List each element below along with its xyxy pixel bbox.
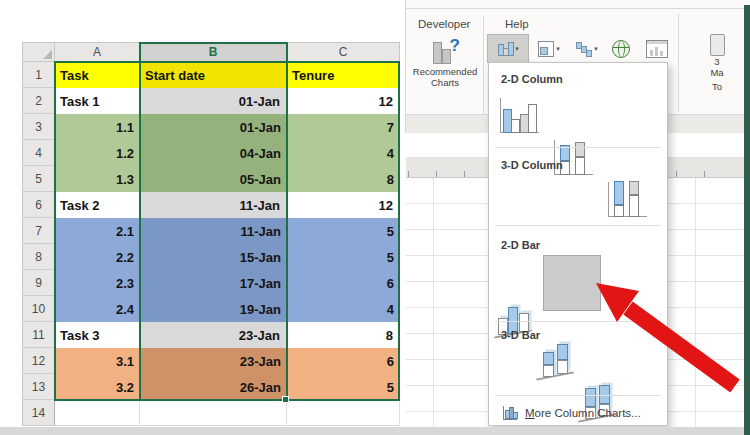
column-tick [676, 171, 677, 177]
row-header-6[interactable]: 6 [22, 192, 55, 218]
stacked-bar-highlight [543, 255, 601, 311]
cell-B13[interactable]: 26-Jan [140, 374, 287, 400]
section-divider [495, 147, 661, 148]
column-tick [408, 171, 409, 177]
section-title-2d-bar: 2-D Bar [501, 239, 540, 251]
cell-A6[interactable]: Task 2 [55, 192, 140, 218]
cell-C12[interactable]: 6 [287, 348, 400, 374]
row-header-8[interactable]: 8 [22, 244, 55, 270]
chart-type-dropdown-menu: 2-D Column 3-D Column [488, 62, 668, 426]
column-header-c[interactable]: C [287, 42, 400, 62]
three-d-map-icon [710, 34, 725, 56]
cell-B2[interactable]: 01-Jan [140, 88, 287, 114]
excel-window: A B C 1234567891011121314 TaskStart date… [0, 0, 750, 435]
cell-A2[interactable]: Task 1 [55, 88, 140, 114]
stacked-column-icon[interactable] [551, 137, 595, 179]
cell-B1[interactable]: Start date [140, 62, 287, 88]
more-column-charts-item[interactable]: More Column Charts... [489, 399, 667, 426]
cell-A11[interactable]: Task 3 [55, 322, 140, 348]
cell-B5[interactable]: 05-Jan [140, 166, 287, 192]
cell-A14[interactable] [55, 400, 140, 426]
pivotchart-icon [646, 40, 668, 58]
row-header-13[interactable]: 13 [22, 374, 55, 400]
recommended-charts-icon: ? [430, 36, 460, 66]
cell-A5[interactable]: 1.3 [55, 166, 140, 192]
row-header-10[interactable]: 10 [22, 296, 55, 322]
cell-C6[interactable]: 12 [287, 192, 400, 218]
section-divider [495, 395, 661, 396]
three-d-map-button[interactable]: 3 Ma To [693, 34, 741, 114]
cell-C13[interactable]: 5 [287, 374, 400, 400]
section-divider [495, 225, 661, 226]
cell-C9[interactable]: 6 [287, 270, 400, 296]
cell-A7[interactable]: 2.1 [55, 218, 140, 244]
cell-A1[interactable]: Task [55, 62, 140, 88]
cell-C5[interactable]: 8 [287, 166, 400, 192]
insert-pivotchart-button[interactable] [641, 34, 673, 63]
cell-A8[interactable]: 2.2 [55, 244, 140, 270]
clustered-column-icon[interactable] [497, 95, 541, 137]
ribbon-group-separator [678, 14, 679, 112]
insert-hierarchy-chart-button[interactable]: ▾ [531, 34, 567, 63]
recommended-charts-button[interactable]: ? Recommended Charts [410, 36, 480, 112]
column-tick [704, 171, 705, 177]
dropdown-caret-icon: ▾ [515, 45, 519, 53]
cell-B12[interactable]: 23-Jan [140, 348, 287, 374]
cell-C4[interactable]: 4 [287, 140, 400, 166]
insert-map-chart-button[interactable] [606, 34, 636, 63]
cell-B11[interactable]: 23-Jan [140, 322, 287, 348]
gridline [695, 178, 696, 427]
section-divider [495, 321, 661, 322]
cell-B9[interactable]: 17-Jan [140, 270, 287, 296]
cell-B4[interactable]: 04-Jan [140, 140, 287, 166]
3d-stacked-column-icon[interactable] [535, 343, 575, 385]
cell-B10[interactable]: 19-Jan [140, 296, 287, 322]
row-header-1[interactable]: 1 [22, 62, 55, 88]
cell-B14[interactable] [140, 400, 287, 426]
row-header-9[interactable]: 9 [22, 270, 55, 296]
row-header-7[interactable]: 7 [22, 218, 55, 244]
cell-B8[interactable]: 15-Jan [140, 244, 287, 270]
cell-C7[interactable]: 5 [287, 218, 400, 244]
cell-C2[interactable]: 12 [287, 88, 400, 114]
cell-A9[interactable]: 2.3 [55, 270, 140, 296]
column-header-a[interactable]: A [55, 42, 140, 62]
cell-A3[interactable]: 1.1 [55, 114, 140, 140]
bottom-strip [0, 427, 750, 435]
dropdown-caret-icon: ▾ [594, 45, 598, 53]
right-edge-bar [744, 5, 750, 435]
100pct-stacked-column-icon[interactable] [605, 179, 649, 221]
tab-help[interactable]: Help [505, 15, 529, 33]
row-header-11[interactable]: 11 [22, 322, 55, 348]
row-header-4[interactable]: 4 [22, 140, 55, 166]
cell-A10[interactable]: 2.4 [55, 296, 140, 322]
cell-C10[interactable]: 4 [287, 296, 400, 322]
cell-C8[interactable]: 5 [287, 244, 400, 270]
cell-A13[interactable]: 3.2 [55, 374, 140, 400]
cell-C14[interactable] [287, 400, 400, 426]
row-header-2[interactable]: 2 [22, 88, 55, 114]
cell-B6[interactable]: 11-Jan [140, 192, 287, 218]
cell-B7[interactable]: 11-Jan [140, 218, 287, 244]
row-header-12[interactable]: 12 [22, 348, 55, 374]
row-header-5[interactable]: 5 [22, 166, 55, 192]
column-header-b[interactable]: B [140, 42, 287, 62]
cell-B3[interactable]: 01-Jan [140, 114, 287, 140]
column-tick [464, 171, 465, 177]
cell-C1[interactable]: Tenure [287, 62, 400, 88]
cell-A4[interactable]: 1.2 [55, 140, 140, 166]
insert-column-or-bar-chart-button[interactable]: ▾ [487, 34, 529, 63]
row-header-14[interactable]: 14 [22, 400, 55, 426]
section-title-2d-column: 2-D Column [501, 73, 563, 85]
tab-developer[interactable]: Developer [418, 15, 470, 33]
hierarchy-chart-icon [538, 41, 554, 57]
select-all-corner[interactable] [22, 42, 55, 62]
column-tick [436, 171, 437, 177]
insert-waterfall-chart-button[interactable]: ▾ [569, 34, 605, 63]
ribbon-divider [405, 8, 750, 9]
cell-C11[interactable]: 8 [287, 322, 400, 348]
cell-C3[interactable]: 7 [287, 114, 400, 140]
gridline [433, 178, 434, 427]
cell-A12[interactable]: 3.1 [55, 348, 140, 374]
row-header-3[interactable]: 3 [22, 114, 55, 140]
